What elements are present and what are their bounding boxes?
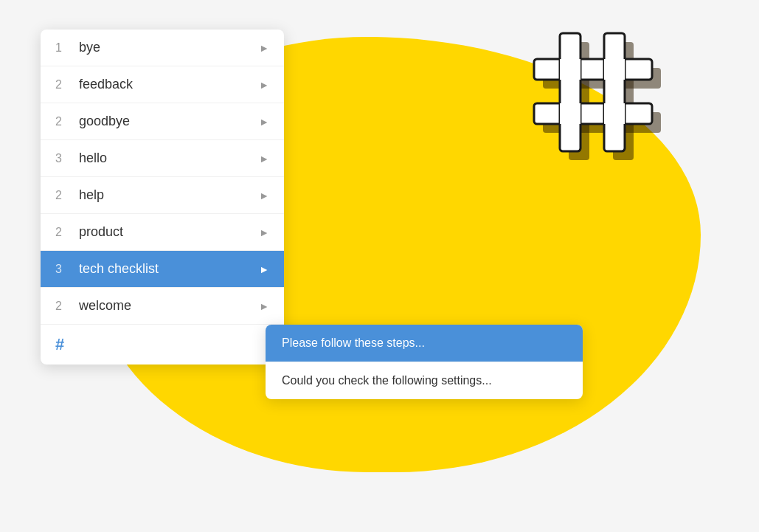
item-num-feedback: 2 <box>55 78 73 91</box>
list-item-hello[interactable]: 3 hello ► <box>41 140 284 177</box>
item-num-tech-checklist: 3 <box>55 263 73 276</box>
dropdown-item-label-could-you-check: Could you check the following settings..… <box>282 374 492 387</box>
chevron-right-icon: ► <box>259 227 269 238</box>
list-panel: 1 bye ► 2 feedback ► 2 goodbye ► 3 hello… <box>41 30 284 365</box>
item-num-goodbye: 2 <box>55 115 73 128</box>
svg-rect-6 <box>560 33 580 151</box>
chevron-right-icon: ► <box>259 79 269 91</box>
chevron-right-icon: ► <box>259 116 269 128</box>
chevron-right-icon: ► <box>259 190 269 201</box>
hash-decoration <box>519 18 696 191</box>
svg-rect-5 <box>534 103 652 124</box>
list-item-hash[interactable]: # <box>41 325 284 365</box>
svg-rect-9 <box>604 59 625 80</box>
hash-badge: # <box>55 335 64 354</box>
chevron-right-icon: ► <box>259 300 269 312</box>
item-num-hello: 3 <box>55 152 73 165</box>
item-label-hello: hello <box>79 151 259 166</box>
list-item-welcome[interactable]: 2 welcome ► <box>41 288 284 325</box>
svg-rect-10 <box>560 103 580 124</box>
item-label-help: help <box>79 187 259 203</box>
scene: 1 bye ► 2 feedback ► 2 goodbye ► 3 hello… <box>0 0 759 532</box>
list-item-feedback[interactable]: 2 feedback ► <box>41 66 284 103</box>
chevron-right-icon-active: ► <box>259 263 269 275</box>
item-label-goodbye: goodbye <box>79 114 259 129</box>
chevron-right-icon: ► <box>259 153 269 165</box>
dropdown-item-label-please-follow: Please follow these steps... <box>282 336 425 349</box>
hash-icon <box>519 18 696 188</box>
svg-rect-4 <box>534 59 652 80</box>
list-item-goodbye[interactable]: 2 goodbye ► <box>41 103 284 140</box>
list-item-product[interactable]: 2 product ► <box>41 214 284 251</box>
item-label-tech-checklist: tech checklist <box>79 261 259 277</box>
svg-rect-11 <box>604 103 625 124</box>
item-label-welcome: welcome <box>79 298 259 314</box>
item-num-bye: 1 <box>55 41 73 55</box>
list-item-bye[interactable]: 1 bye ► <box>41 30 284 66</box>
svg-rect-8 <box>560 59 580 80</box>
svg-rect-7 <box>604 33 625 151</box>
item-num-welcome: 2 <box>55 300 73 313</box>
item-label-product: product <box>79 224 259 240</box>
list-item-tech-checklist[interactable]: 3 tech checklist ► <box>41 251 284 288</box>
dropdown-item-please-follow[interactable]: Please follow these steps... <box>266 325 583 362</box>
dropdown-popup: Please follow these steps... Could you c… <box>266 325 583 399</box>
list-item-help[interactable]: 2 help ► <box>41 177 284 214</box>
chevron-right-icon: ► <box>259 42 269 54</box>
dropdown-item-could-you-check[interactable]: Could you check the following settings..… <box>266 362 583 399</box>
item-label-feedback: feedback <box>79 77 259 92</box>
item-num-help: 2 <box>55 189 73 202</box>
item-label-bye: bye <box>79 40 259 55</box>
item-num-product: 2 <box>55 226 73 239</box>
